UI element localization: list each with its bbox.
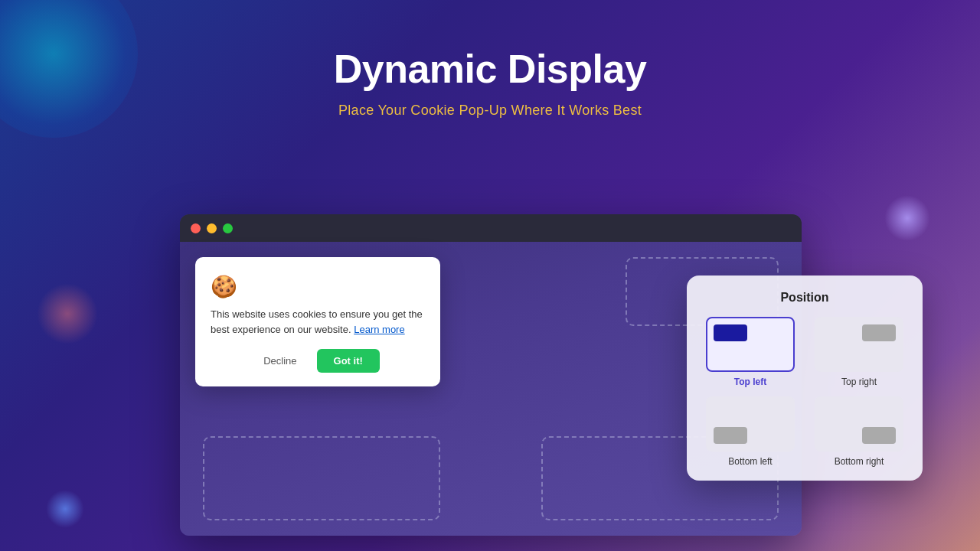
decline-button[interactable]: Decline (256, 350, 304, 371)
cookie-icon: 🍪 (211, 274, 425, 299)
position-panel: Position Top left Top right Bottom left (687, 276, 923, 481)
position-option-top-right[interactable]: Top right (809, 317, 909, 387)
placeholder-bottom-left (203, 436, 440, 520)
browser-titlebar (180, 214, 802, 242)
position-grid: Top left Top right Bottom left Bottom ri… (701, 317, 909, 467)
page-subtitle: Place Your Cookie Pop-Up Where It Works … (0, 103, 980, 119)
position-preview-bottom-left (706, 396, 795, 452)
position-preview-top-right (815, 317, 903, 372)
position-label-top-right: Top right (841, 377, 877, 387)
blob-pink (37, 283, 98, 344)
traffic-light-yellow[interactable] (207, 223, 217, 233)
blob-blue-small (46, 490, 84, 528)
learn-more-link[interactable]: Learn more (354, 324, 404, 335)
position-indicator-top-left (714, 324, 747, 341)
position-panel-title: Position (701, 291, 909, 305)
position-option-top-left[interactable]: Top left (701, 317, 800, 387)
position-option-bottom-right[interactable]: Bottom right (809, 396, 909, 467)
position-indicator-bottom-left (714, 427, 747, 444)
blob-purple (884, 195, 930, 241)
cookie-text: This website uses cookies to ensure you … (211, 307, 425, 337)
page-header: Dynamic Display Place Your Cookie Pop-Up… (0, 0, 980, 119)
position-indicator-top-right (862, 324, 896, 341)
accept-button[interactable]: Got it! (317, 349, 380, 373)
position-preview-bottom-right (815, 396, 903, 452)
position-indicator-bottom-right (862, 427, 896, 444)
position-label-bottom-right: Bottom right (835, 456, 884, 467)
position-label-bottom-left: Bottom left (728, 456, 772, 467)
traffic-light-red[interactable] (191, 223, 201, 233)
traffic-light-green[interactable] (223, 223, 233, 233)
position-label-top-left: Top left (734, 377, 766, 387)
page-title: Dynamic Display (0, 46, 980, 92)
cookie-buttons: Decline Got it! (211, 349, 425, 373)
cookie-popup: 🍪 This website uses cookies to ensure yo… (195, 257, 440, 386)
position-option-bottom-left[interactable]: Bottom left (701, 396, 800, 467)
position-preview-top-left (706, 317, 795, 372)
